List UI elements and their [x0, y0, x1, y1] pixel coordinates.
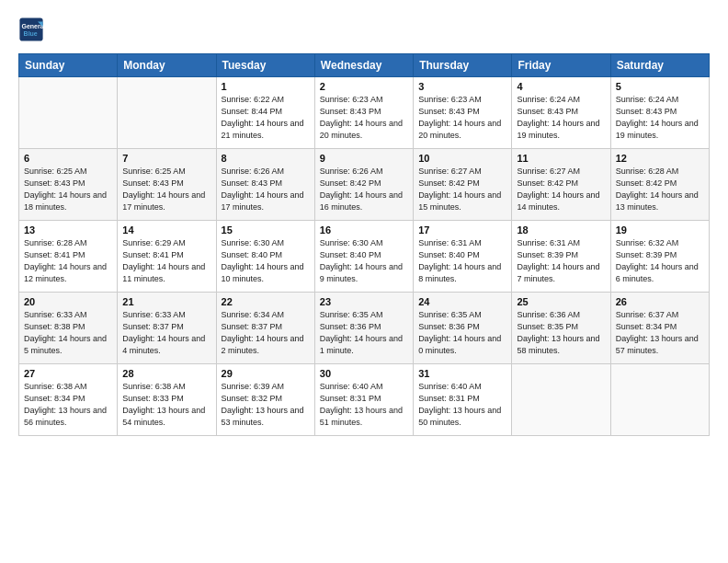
weekday-header-wednesday: Wednesday	[314, 54, 413, 77]
svg-rect-0	[19, 17, 42, 40]
day-number: 8	[222, 153, 310, 164]
calendar-cell: 26Sunrise: 6:37 AM Sunset: 8:34 PM Dayli…	[610, 293, 709, 364]
day-info: Sunrise: 6:29 AM Sunset: 8:41 PM Dayligh…	[122, 237, 210, 285]
weekday-header-row: SundayMondayTuesdayWednesdayThursdayFrid…	[19, 54, 710, 77]
day-info: Sunrise: 6:30 AM Sunset: 8:40 PM Dayligh…	[320, 237, 408, 285]
day-info: Sunrise: 6:35 AM Sunset: 8:36 PM Dayligh…	[320, 309, 408, 357]
day-info: Sunrise: 6:31 AM Sunset: 8:40 PM Dayligh…	[418, 237, 506, 285]
calendar-cell: 12Sunrise: 6:28 AM Sunset: 8:42 PM Dayli…	[610, 149, 709, 221]
day-number: 4	[517, 81, 605, 92]
weekday-header-saturday: Saturday	[610, 54, 709, 77]
day-info: Sunrise: 6:31 AM Sunset: 8:39 PM Dayligh…	[517, 237, 605, 285]
day-number: 21	[122, 296, 210, 307]
calendar-cell: 10Sunrise: 6:27 AM Sunset: 8:42 PM Dayli…	[414, 149, 512, 221]
day-number: 17	[418, 224, 506, 236]
day-info: Sunrise: 6:25 AM Sunset: 8:43 PM Dayligh…	[24, 166, 112, 213]
day-number: 3	[418, 81, 506, 92]
calendar-cell: 1Sunrise: 6:22 AM Sunset: 8:44 PM Daylig…	[216, 77, 314, 149]
day-info: Sunrise: 6:23 AM Sunset: 8:43 PM Dayligh…	[320, 94, 408, 142]
header: General Blue	[18, 17, 710, 42]
week-row-5: 27Sunrise: 6:38 AM Sunset: 8:34 PM Dayli…	[19, 364, 710, 436]
calendar-cell: 25Sunrise: 6:36 AM Sunset: 8:35 PM Dayli…	[512, 293, 610, 364]
week-row-3: 13Sunrise: 6:28 AM Sunset: 8:41 PM Dayli…	[19, 221, 710, 293]
calendar-cell: 9Sunrise: 6:26 AM Sunset: 8:42 PM Daylig…	[314, 149, 413, 221]
day-number: 24	[418, 296, 506, 307]
day-number: 30	[320, 368, 408, 379]
day-info: Sunrise: 6:27 AM Sunset: 8:42 PM Dayligh…	[418, 166, 506, 213]
day-info: Sunrise: 6:40 AM Sunset: 8:31 PM Dayligh…	[320, 381, 408, 429]
day-info: Sunrise: 6:23 AM Sunset: 8:43 PM Dayligh…	[418, 94, 506, 142]
day-number: 25	[517, 296, 605, 307]
day-info: Sunrise: 6:38 AM Sunset: 8:33 PM Dayligh…	[122, 381, 210, 429]
day-info: Sunrise: 6:22 AM Sunset: 8:44 PM Dayligh…	[222, 94, 310, 142]
calendar-cell: 6Sunrise: 6:25 AM Sunset: 8:43 PM Daylig…	[19, 149, 118, 221]
calendar-cell: 23Sunrise: 6:35 AM Sunset: 8:36 PM Dayli…	[314, 293, 413, 364]
day-info: Sunrise: 6:33 AM Sunset: 8:38 PM Dayligh…	[24, 309, 112, 357]
calendar-cell: 3Sunrise: 6:23 AM Sunset: 8:43 PM Daylig…	[414, 77, 512, 149]
weekday-header-monday: Monday	[118, 54, 216, 77]
day-info: Sunrise: 6:40 AM Sunset: 8:31 PM Dayligh…	[418, 381, 506, 429]
day-number: 23	[320, 296, 408, 307]
day-number: 19	[616, 224, 704, 236]
day-info: Sunrise: 6:27 AM Sunset: 8:42 PM Dayligh…	[517, 166, 605, 213]
calendar-cell: 18Sunrise: 6:31 AM Sunset: 8:39 PM Dayli…	[512, 221, 610, 293]
day-number: 5	[616, 81, 704, 92]
weekday-header-thursday: Thursday	[414, 54, 512, 77]
day-number: 18	[517, 224, 605, 236]
calendar-cell: 2Sunrise: 6:23 AM Sunset: 8:43 PM Daylig…	[314, 77, 413, 149]
day-info: Sunrise: 6:26 AM Sunset: 8:42 PM Dayligh…	[320, 166, 408, 213]
calendar-cell: 16Sunrise: 6:30 AM Sunset: 8:40 PM Dayli…	[314, 221, 413, 293]
day-number: 10	[418, 153, 506, 164]
day-info: Sunrise: 6:24 AM Sunset: 8:43 PM Dayligh…	[517, 94, 605, 142]
svg-text:Blue: Blue	[24, 30, 38, 37]
calendar-cell: 20Sunrise: 6:33 AM Sunset: 8:38 PM Dayli…	[19, 293, 118, 364]
day-number: 20	[24, 296, 112, 307]
day-number: 26	[616, 296, 704, 307]
calendar-cell	[19, 77, 118, 149]
day-number: 6	[24, 153, 112, 164]
weekday-header-friday: Friday	[512, 54, 610, 77]
day-number: 29	[222, 368, 310, 379]
calendar-cell: 8Sunrise: 6:26 AM Sunset: 8:43 PM Daylig…	[216, 149, 314, 221]
calendar-cell: 30Sunrise: 6:40 AM Sunset: 8:31 PM Dayli…	[314, 364, 413, 436]
calendar-cell: 5Sunrise: 6:24 AM Sunset: 8:43 PM Daylig…	[610, 77, 709, 149]
calendar-cell: 19Sunrise: 6:32 AM Sunset: 8:39 PM Dayli…	[610, 221, 709, 293]
day-number: 31	[418, 368, 506, 379]
calendar-cell	[118, 77, 216, 149]
day-info: Sunrise: 6:38 AM Sunset: 8:34 PM Dayligh…	[24, 381, 112, 429]
calendar-cell: 15Sunrise: 6:30 AM Sunset: 8:40 PM Dayli…	[216, 221, 314, 293]
day-info: Sunrise: 6:36 AM Sunset: 8:35 PM Dayligh…	[517, 309, 605, 357]
day-info: Sunrise: 6:37 AM Sunset: 8:34 PM Dayligh…	[616, 309, 704, 357]
day-info: Sunrise: 6:33 AM Sunset: 8:37 PM Dayligh…	[122, 309, 210, 357]
calendar-cell: 28Sunrise: 6:38 AM Sunset: 8:33 PM Dayli…	[118, 364, 216, 436]
page: General Blue SundayMondayTuesdayWednesda…	[0, 0, 728, 563]
weekday-header-sunday: Sunday	[19, 54, 118, 77]
day-number: 27	[24, 368, 112, 379]
day-number: 14	[122, 224, 210, 236]
day-number: 2	[320, 81, 408, 92]
logo: General Blue	[18, 17, 48, 42]
calendar-cell: 24Sunrise: 6:35 AM Sunset: 8:36 PM Dayli…	[414, 293, 512, 364]
calendar-cell: 22Sunrise: 6:34 AM Sunset: 8:37 PM Dayli…	[216, 293, 314, 364]
day-info: Sunrise: 6:39 AM Sunset: 8:32 PM Dayligh…	[222, 381, 310, 429]
calendar-cell: 7Sunrise: 6:25 AM Sunset: 8:43 PM Daylig…	[118, 149, 216, 221]
day-info: Sunrise: 6:34 AM Sunset: 8:37 PM Dayligh…	[222, 309, 310, 357]
day-number: 7	[122, 153, 210, 164]
calendar-cell: 27Sunrise: 6:38 AM Sunset: 8:34 PM Dayli…	[19, 364, 118, 436]
week-row-2: 6Sunrise: 6:25 AM Sunset: 8:43 PM Daylig…	[19, 149, 710, 221]
calendar-cell: 13Sunrise: 6:28 AM Sunset: 8:41 PM Dayli…	[19, 221, 118, 293]
day-info: Sunrise: 6:28 AM Sunset: 8:42 PM Dayligh…	[616, 166, 704, 213]
day-info: Sunrise: 6:28 AM Sunset: 8:41 PM Dayligh…	[24, 237, 112, 285]
day-number: 22	[222, 296, 310, 307]
calendar-cell: 4Sunrise: 6:24 AM Sunset: 8:43 PM Daylig…	[512, 77, 610, 149]
day-number: 28	[122, 368, 210, 379]
calendar-cell	[512, 364, 610, 436]
calendar-cell: 11Sunrise: 6:27 AM Sunset: 8:42 PM Dayli…	[512, 149, 610, 221]
calendar-cell: 17Sunrise: 6:31 AM Sunset: 8:40 PM Dayli…	[414, 221, 512, 293]
week-row-1: 1Sunrise: 6:22 AM Sunset: 8:44 PM Daylig…	[19, 77, 710, 149]
day-number: 16	[320, 224, 408, 236]
weekday-header-tuesday: Tuesday	[216, 54, 314, 77]
day-info: Sunrise: 6:30 AM Sunset: 8:40 PM Dayligh…	[222, 237, 310, 285]
day-number: 1	[222, 81, 310, 92]
calendar-cell: 14Sunrise: 6:29 AM Sunset: 8:41 PM Dayli…	[118, 221, 216, 293]
